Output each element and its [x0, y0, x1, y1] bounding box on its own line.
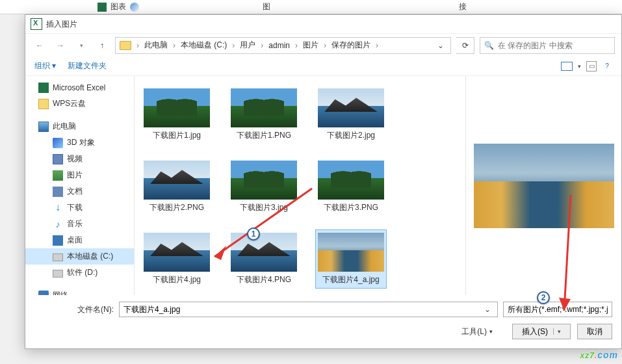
preview-pane — [465, 76, 621, 295]
tree-item-music[interactable]: ♪音乐 — [25, 216, 134, 232]
file-name-label: 下载图片2.jpg — [327, 130, 375, 141]
navigation-pane[interactable]: Microsoft Excel WPS云盘 此电脑 3D 对象 视频 图片 文档… — [25, 76, 135, 295]
background-ribbon: 图表 图 接 — [0, 0, 622, 14]
file-list[interactable]: 下载图片1.jpg下载图片1.PNG下载图片2.jpg下载图片2.PNG下载图片… — [135, 76, 465, 295]
tree-item-disk-c[interactable]: 本地磁盘 (C:) — [25, 248, 134, 265]
tree-item-3d[interactable]: 3D 对象 — [25, 135, 134, 151]
documents-icon — [53, 187, 63, 197]
tree-item-disk-d[interactable]: 软件 (D:) — [25, 265, 134, 281]
insert-picture-dialog: 插入图片 ← → ▾ ↑ › 此电脑› 本地磁盘 (C:)› 用户› admin… — [25, 14, 622, 349]
breadcrumb-dropdown[interactable]: ⌄ — [435, 41, 447, 50]
desktop-icon — [53, 235, 63, 246]
search-box[interactable]: 🔍 — [480, 37, 615, 54]
tree-item-excel[interactable]: Microsoft Excel — [25, 80, 134, 96]
filename-combobox[interactable]: ⌄ — [119, 302, 498, 317]
file-thumbnail — [318, 161, 384, 200]
insert-button[interactable]: 插入(S) — [512, 324, 571, 339]
search-icon: 🔍 — [484, 41, 494, 50]
file-tile[interactable]: 下载图片1.jpg — [141, 85, 213, 144]
crumb[interactable]: 用户 — [237, 40, 258, 51]
file-name-label: 下载图片3.jpg — [240, 202, 288, 213]
dialog-title: 插入图片 — [46, 19, 77, 30]
file-tile[interactable]: 下载图片1.PNG — [228, 85, 300, 144]
video-icon — [53, 154, 63, 164]
search-input[interactable] — [498, 41, 610, 50]
file-thumbnail — [231, 233, 297, 272]
file-thumbnail — [231, 88, 297, 127]
help-button[interactable]: ? — [602, 61, 612, 72]
tree-item-pictures[interactable]: 图片 — [25, 167, 134, 183]
pictures-icon — [53, 170, 63, 181]
pc-icon — [38, 122, 49, 132]
dialog-titlebar: 插入图片 — [25, 15, 621, 33]
tree-item-video[interactable]: 视频 — [25, 151, 134, 167]
file-thumbnail — [231, 161, 297, 200]
crumb[interactable]: admin — [266, 41, 292, 50]
file-name-label: 下载图片2.PNG — [149, 202, 204, 213]
excel-icon — [31, 18, 42, 30]
file-tile[interactable]: 下载图片2.jpg — [315, 85, 387, 144]
tree-item-downloads[interactable]: ↓下载 — [25, 200, 134, 216]
file-tile[interactable]: 下载图片4_a.jpg — [315, 229, 387, 289]
tree-item-documents[interactable]: 文档 — [25, 183, 134, 200]
cancel-button[interactable]: 取消 — [577, 324, 612, 339]
file-thumbnail — [318, 233, 384, 272]
file-type-filter[interactable]: 所有图片(*.emf;*.wmf;*.jpg;*.jp — [503, 302, 612, 317]
toolbar-row: 组织 ▾ 新建文件夹 ▾ ▭ ? — [25, 57, 621, 76]
file-thumbnail — [144, 88, 210, 127]
wps-folder-icon — [38, 99, 49, 109]
tree-item-desktop[interactable]: 桌面 — [25, 232, 134, 248]
preview-toggle-button[interactable]: ▭ — [586, 61, 597, 72]
file-name-label: 下载图片1.PNG — [237, 130, 291, 141]
folder-icon — [120, 41, 131, 50]
file-thumbnail — [318, 88, 384, 127]
cube-icon — [53, 138, 63, 148]
view-mode-button[interactable] — [561, 62, 573, 71]
download-icon: ↓ — [53, 203, 63, 213]
file-thumbnail — [144, 161, 210, 200]
crumb[interactable]: 保存的图片 — [329, 40, 373, 51]
breadcrumb-bar[interactable]: › 此电脑› 本地磁盘 (C:)› 用户› admin› 图片› 保存的图片› … — [115, 37, 451, 54]
network-icon — [38, 291, 49, 296]
refresh-button[interactable]: ⟳ — [456, 37, 474, 54]
tree-item-network[interactable]: 网络 — [25, 287, 134, 295]
preview-image — [474, 144, 614, 228]
new-folder-button[interactable]: 新建文件夹 — [68, 60, 107, 72]
file-name-label: 下载图片4_a.jpg — [322, 274, 379, 285]
crumb[interactable]: 图片 — [300, 40, 321, 51]
file-name-label: 下载图片1.jpg — [153, 130, 201, 141]
file-name-label: 下载图片3.PNG — [324, 202, 378, 213]
music-icon: ♪ — [53, 219, 63, 229]
file-tile[interactable]: 下载图片4.jpg — [141, 229, 213, 289]
watermark: xz7.com — [580, 350, 619, 360]
disk-icon — [53, 270, 63, 278]
file-name-label: 下载图片4.jpg — [153, 274, 201, 285]
file-tile[interactable]: 下载图片4.PNG — [228, 229, 300, 289]
tree-item-wps[interactable]: WPS云盘 — [25, 96, 134, 112]
file-tile[interactable]: 下载图片3.PNG — [315, 157, 387, 216]
crumb[interactable]: 本地磁盘 (C:) — [178, 40, 229, 51]
recent-dropdown[interactable]: ▾ — [73, 38, 89, 53]
forward-button[interactable]: → — [53, 38, 68, 53]
file-tile[interactable]: 下载图片2.PNG — [141, 157, 213, 216]
filename-label: 文件名(N): — [77, 304, 114, 315]
disk-icon — [53, 254, 63, 261]
crumb[interactable]: 此电脑 — [142, 40, 170, 51]
tree-item-this-pc[interactable]: 此电脑 — [25, 118, 134, 135]
filename-dropdown[interactable]: ⌄ — [482, 305, 493, 314]
tools-menu[interactable]: 工具(L) ▾ — [461, 326, 493, 337]
organize-button[interactable]: 组织 ▾ — [34, 60, 56, 72]
file-name-label: 下载图片4.PNG — [237, 274, 291, 285]
file-tile[interactable]: 下载图片3.jpg — [228, 157, 300, 216]
back-button[interactable]: ← — [32, 38, 47, 53]
excel-icon — [38, 83, 49, 93]
nav-row: ← → ▾ ↑ › 此电脑› 本地磁盘 (C:)› 用户› admin› 图片›… — [25, 33, 621, 57]
file-thumbnail — [144, 233, 210, 272]
filename-input[interactable] — [123, 305, 482, 314]
up-button[interactable]: ↑ — [94, 38, 110, 53]
